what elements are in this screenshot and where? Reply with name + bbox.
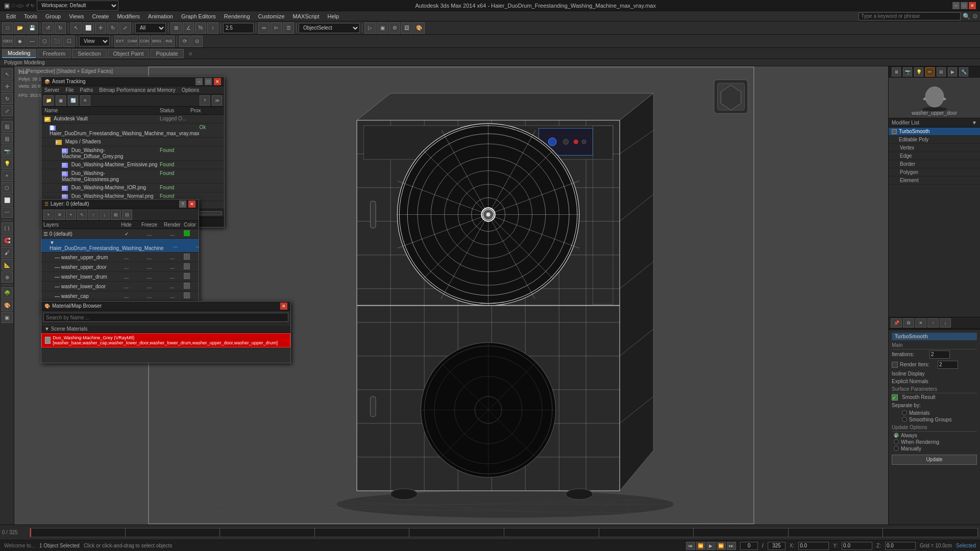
mod-border[interactable]: Border (889, 160, 980, 168)
lt-render[interactable]: ▣ (2, 312, 13, 323)
mb-material-row[interactable]: Duo_Washing-Machine_Grey (VRayMtl) [wash… (41, 333, 290, 347)
ts-render-iters-input[interactable] (938, 361, 958, 369)
at-row-tex4[interactable]: 🖼 Duo_Washing-Machine_IOR.png Found (41, 184, 224, 192)
lm-btn-expand[interactable]: ⊞ (111, 210, 121, 220)
lt-geometry[interactable]: ⬜ (2, 194, 13, 206)
at-row-tex1[interactable]: 🖼 Duo_Washing-Machine_Diffuse_Grey.png F… (41, 146, 224, 161)
angle-snap[interactable]: ∠ (183, 22, 194, 34)
menu-customize[interactable]: Customize (254, 12, 289, 20)
next-frame-btn[interactable]: ⏩ (717, 542, 726, 550)
at-menu-file[interactable]: File (65, 87, 74, 93)
scale-button[interactable]: ⤢ (119, 22, 131, 34)
lm-row-lower-door[interactable]: — washer_lower_door … … … (41, 282, 199, 291)
at-menu-paths[interactable]: Paths (80, 87, 93, 93)
rotate-button[interactable]: ↻ (107, 22, 118, 34)
rp-utility-btn[interactable]: 🔧 (959, 67, 968, 77)
select-ring-button[interactable]: ⊙ (191, 36, 203, 47)
open-file-button[interactable]: 📂 (14, 22, 26, 34)
new-file-button[interactable]: □ (2, 22, 13, 34)
menu-modifiers[interactable]: Modifiers (113, 12, 144, 20)
border-button[interactable]: ⬡ (39, 36, 50, 47)
tab-object-paint[interactable]: Object Paint (108, 49, 150, 58)
lm-row-upper-drum[interactable]: — washer_upper_drum … … … (41, 253, 199, 262)
viewport-area[interactable]: Total Polys: 39 140 Verts: 20 894 FPS: 3… (14, 66, 888, 524)
goto-start-btn[interactable]: ⏮ (686, 542, 695, 550)
inset-button[interactable]: INS (163, 36, 175, 47)
lt-shape[interactable]: ⬡ (2, 182, 13, 193)
close-button[interactable]: ✕ (969, 2, 976, 9)
lm-btn-move-up[interactable]: ↑ (88, 210, 99, 220)
element-button[interactable]: ☐ (63, 36, 75, 47)
lt-ribbon[interactable]: ⟨ ⟩ (2, 222, 13, 234)
lm-btn-new[interactable]: + (43, 210, 54, 220)
select-region-button[interactable]: ⬜ (83, 22, 94, 34)
lm-btn-add[interactable]: + (66, 210, 76, 220)
vertex-button[interactable]: ◆ (14, 36, 26, 47)
align-button[interactable]: ⊨ (271, 22, 282, 34)
lt-helper[interactable]: + (2, 170, 13, 181)
menu-tools[interactable]: Tools (20, 12, 41, 20)
tab-selection[interactable]: Selection (72, 49, 106, 58)
mb-search-input[interactable] (43, 313, 288, 322)
lm-help-btn[interactable]: ? (179, 201, 186, 208)
minimize-button[interactable]: – (952, 2, 960, 9)
lm-row-upper-door[interactable]: — washer_upper_door … … … (41, 262, 199, 272)
at-table-container[interactable]: Name Status Prox 📁 Autodesk Vault Logged… (41, 107, 224, 209)
lt-rotate[interactable]: ↻ (2, 93, 13, 104)
lt-measure[interactable]: 📐 (2, 259, 13, 270)
lt-light[interactable]: 💡 (2, 158, 13, 169)
at-row-tex2[interactable]: 🖼 Duo_Washing-Machine_Emissive.png Found (41, 161, 224, 169)
lt-unlink[interactable]: ⛓ (2, 133, 13, 144)
ts-smooth-checkbox[interactable]: ✓ (892, 394, 898, 400)
menu-group[interactable]: Group (41, 12, 65, 20)
at-row-main-file[interactable]: 📄 Haier_DuoDrum_Freestanding_Washing_Mac… (41, 123, 224, 138)
snap-value-input[interactable] (223, 23, 254, 33)
mod-pin-btn[interactable]: 📌 (891, 318, 902, 328)
percent-snap[interactable]: % (195, 22, 206, 34)
ts-smoothing-radio[interactable] (902, 417, 907, 422)
select-button[interactable]: ↖ (70, 22, 82, 34)
edge-button[interactable]: — (27, 36, 38, 47)
at-restore-button[interactable]: □ (205, 78, 212, 85)
mb-header[interactable]: 🎨 Material/Map Browser ✕ (41, 302, 290, 311)
at-minimize-button[interactable]: – (195, 78, 203, 85)
modifier-list-scroll-icon[interactable]: ▼ (972, 120, 977, 126)
rp-hierarchy-btn[interactable]: ⊞ (937, 67, 946, 77)
mod-edge[interactable]: Edge (889, 152, 980, 160)
goto-end-btn[interactable]: ⏭ (727, 542, 736, 550)
tab-modeling[interactable]: Modeling (2, 49, 36, 58)
spinner-snap[interactable]: ↕ (207, 22, 218, 34)
lt-select[interactable]: ↖ (2, 68, 13, 80)
lt-material[interactable]: 🎨 (2, 299, 13, 311)
render-setup[interactable]: ⚙ (389, 22, 400, 34)
lm-close-button[interactable]: ✕ (188, 201, 195, 208)
save-button[interactable]: 💾 (27, 22, 38, 34)
lm-btn-delete[interactable]: ✕ (55, 210, 65, 220)
mb-close-button[interactable]: ✕ (280, 303, 287, 310)
tab-populate[interactable]: Populate (150, 49, 183, 58)
play-btn[interactable]: ▶ (706, 542, 716, 550)
menu-views[interactable]: Views (65, 12, 88, 20)
mod-turbosimooth[interactable]: TurboSmooth (889, 128, 980, 136)
lm-table[interactable]: Layers Hide Freeze Render Color ☰ 0 (def… (41, 221, 199, 308)
ts-render-iters-checkbox[interactable] (892, 362, 898, 368)
rp-display-btn[interactable]: 🖥 (892, 67, 901, 77)
mod-config-btn[interactable]: ⚙ (903, 318, 914, 328)
mod-editable-poly[interactable]: Editable Poly (889, 136, 980, 144)
bridge-button[interactable]: BRG (151, 36, 162, 47)
lt-move[interactable]: ✛ (2, 81, 13, 92)
coord-x-input[interactable] (798, 542, 829, 550)
rp-modify-btn[interactable]: ✏ (925, 67, 935, 77)
menu-rendering[interactable]: Rendering (220, 12, 254, 20)
at-row-maps-folder[interactable]: ▶ Maps / Shaders (41, 138, 224, 146)
render-frame[interactable]: 🖼 (401, 22, 412, 34)
lt-pivot[interactable]: ⊕ (2, 271, 13, 283)
at-close-button[interactable]: ✕ (214, 78, 221, 85)
lt-scale[interactable]: ⤢ (2, 105, 13, 116)
move-button[interactable]: ✛ (95, 22, 106, 34)
redo-button[interactable]: ↻ (55, 22, 66, 34)
at-menu-bitmap[interactable]: Bitmap Performance and Memory (99, 87, 176, 93)
lt-space-warp[interactable]: 〰 (2, 207, 13, 218)
lt-scene-explorer[interactable]: 🌳 (2, 287, 13, 298)
ts-iterations-input[interactable] (929, 350, 950, 359)
